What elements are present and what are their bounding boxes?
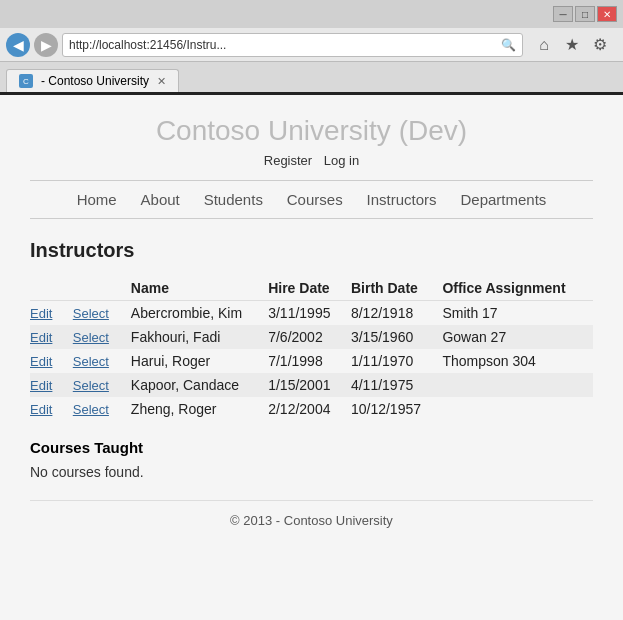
col-birth-date: Birth Date — [351, 276, 442, 301]
home-icon[interactable]: ⌂ — [533, 34, 555, 56]
office-cell — [442, 397, 593, 421]
nav-instructors[interactable]: Instructors — [367, 191, 437, 208]
table-row: Edit Select Fakhouri, Fadi 7/6/2002 3/15… — [30, 325, 593, 349]
birth-date-cell: 3/15/1960 — [351, 325, 442, 349]
courses-heading: Courses Taught — [30, 439, 593, 456]
table-row: Edit Select Harui, Roger 7/1/1998 1/11/1… — [30, 349, 593, 373]
edit-link[interactable]: Edit — [30, 306, 52, 321]
nav-courses[interactable]: Courses — [287, 191, 343, 208]
site-links: Register Log in — [30, 153, 593, 168]
col-hire-date: Hire Date — [268, 276, 351, 301]
name-cell: Zheng, Roger — [131, 397, 268, 421]
office-cell: Gowan 27 — [442, 325, 593, 349]
edit-cell: Edit — [30, 373, 73, 397]
hire-date-cell: 7/6/2002 — [268, 325, 351, 349]
settings-icon[interactable]: ⚙ — [589, 34, 611, 56]
instructors-table: Name Hire Date Birth Date Office Assignm… — [30, 276, 593, 421]
name-cell: Harui, Roger — [131, 349, 268, 373]
maximize-button[interactable]: □ — [575, 6, 595, 22]
minimize-button[interactable]: ─ — [553, 6, 573, 22]
courses-section: Courses Taught No courses found. — [30, 439, 593, 480]
name-cell: Fakhouri, Fadi — [131, 325, 268, 349]
select-link[interactable]: Select — [73, 306, 109, 321]
close-button[interactable]: ✕ — [597, 6, 617, 22]
birth-date-cell: 10/12/1957 — [351, 397, 442, 421]
table-row: Edit Select Zheng, Roger 2/12/2004 10/12… — [30, 397, 593, 421]
name-cell: Kapoor, Candace — [131, 373, 268, 397]
address-bar[interactable]: 🔍 — [62, 33, 523, 57]
col-office: Office Assignment — [442, 276, 593, 301]
select-link[interactable]: Select — [73, 402, 109, 417]
edit-link[interactable]: Edit — [30, 378, 52, 393]
forward-button[interactable]: ▶ — [34, 33, 58, 57]
edit-link[interactable]: Edit — [30, 402, 52, 417]
edit-cell: Edit — [30, 349, 73, 373]
login-link[interactable]: Log in — [324, 153, 359, 168]
birth-date-cell: 1/11/1970 — [351, 349, 442, 373]
hire-date-cell: 3/11/1995 — [268, 301, 351, 326]
office-cell — [442, 373, 593, 397]
favorites-icon[interactable]: ★ — [561, 34, 583, 56]
table-row: Edit Select Abercrombie, Kim 3/11/1995 8… — [30, 301, 593, 326]
hire-date-cell: 1/15/2001 — [268, 373, 351, 397]
nav-departments[interactable]: Departments — [460, 191, 546, 208]
search-icon: 🔍 — [501, 38, 516, 52]
edit-link[interactable]: Edit — [30, 354, 52, 369]
name-cell: Abercrombie, Kim — [131, 301, 268, 326]
nav-students[interactable]: Students — [204, 191, 263, 208]
hire-date-cell: 2/12/2004 — [268, 397, 351, 421]
select-link[interactable]: Select — [73, 354, 109, 369]
edit-link[interactable]: Edit — [30, 330, 52, 345]
col-name: Name — [131, 276, 268, 301]
table-row: Edit Select Kapoor, Candace 1/15/2001 4/… — [30, 373, 593, 397]
tab-favicon: C — [19, 74, 33, 88]
no-courses-message: No courses found. — [30, 464, 593, 480]
nav-home[interactable]: Home — [77, 191, 117, 208]
tab-title: - Contoso University — [41, 74, 149, 88]
browser-tab[interactable]: C - Contoso University ✕ — [6, 69, 179, 92]
title-bar-buttons: ─ □ ✕ — [553, 6, 617, 22]
office-cell: Smith 17 — [442, 301, 593, 326]
edit-cell: Edit — [30, 325, 73, 349]
select-cell: Select — [73, 397, 131, 421]
select-cell: Select — [73, 301, 131, 326]
nav-bar: ◀ ▶ 🔍 ⌂ ★ ⚙ — [0, 28, 623, 62]
site-nav: Home About Students Courses Instructors … — [30, 180, 593, 219]
hire-date-cell: 7/1/1998 — [268, 349, 351, 373]
office-cell: Thompson 304 — [442, 349, 593, 373]
nav-about[interactable]: About — [141, 191, 180, 208]
site-title: Contoso University (Dev) — [30, 115, 593, 147]
page-footer: © 2013 - Contoso University — [30, 500, 593, 540]
select-link[interactable]: Select — [73, 330, 109, 345]
register-link[interactable]: Register — [264, 153, 312, 168]
edit-cell: Edit — [30, 397, 73, 421]
select-link[interactable]: Select — [73, 378, 109, 393]
col-actions — [30, 276, 131, 301]
birth-date-cell: 8/12/1918 — [351, 301, 442, 326]
back-button[interactable]: ◀ — [6, 33, 30, 57]
select-cell: Select — [73, 349, 131, 373]
select-cell: Select — [73, 373, 131, 397]
tab-bar: C - Contoso University ✕ — [0, 62, 623, 92]
address-input[interactable] — [69, 38, 501, 52]
birth-date-cell: 4/11/1975 — [351, 373, 442, 397]
toolbar-icons: ⌂ ★ ⚙ — [527, 32, 617, 58]
page-content: Contoso University (Dev) Register Log in… — [0, 95, 623, 620]
select-cell: Select — [73, 325, 131, 349]
edit-cell: Edit — [30, 301, 73, 326]
tab-close-icon[interactable]: ✕ — [157, 75, 166, 88]
title-bar: ─ □ ✕ — [0, 0, 623, 28]
page-heading: Instructors — [30, 239, 593, 262]
